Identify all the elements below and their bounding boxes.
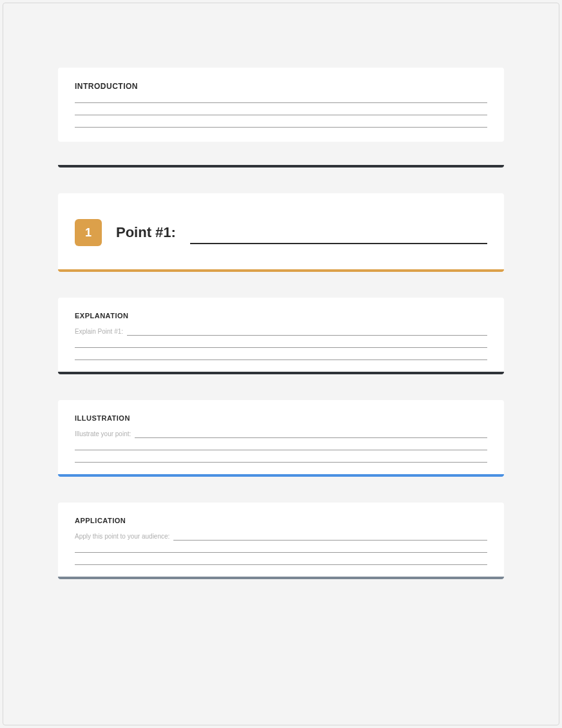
illustration-heading: ILLUSTRATION — [75, 414, 487, 422]
explanation-hint: Explain Point #1: — [75, 329, 123, 336]
illustration-accent-bar — [58, 474, 504, 477]
writing-line[interactable] — [75, 552, 487, 553]
introduction-card: INTRODUCTION — [58, 68, 504, 142]
explanation-hint-row: Explain Point #1: — [75, 329, 487, 336]
application-hint-row: Apply this point to your audience: — [75, 533, 487, 541]
application-heading: APPLICATION — [75, 517, 487, 524]
writing-line[interactable] — [173, 540, 487, 541]
writing-line[interactable] — [75, 127, 487, 128]
writing-line[interactable] — [75, 450, 487, 450]
illustration-hint: Illustrate your point: — [75, 431, 131, 438]
point-number-badge: 1 — [75, 219, 102, 246]
explanation-card: EXPLANATION Explain Point #1: — [58, 298, 504, 374]
introduction-heading: INTRODUCTION — [75, 82, 487, 91]
worksheet-page: INTRODUCTION 1 Point #1: EXPLANATION Exp… — [3, 3, 559, 725]
illustration-hint-row: Illustrate your point: — [75, 431, 487, 438]
point-label: Point #1: — [116, 224, 176, 241]
application-accent-bar — [58, 577, 504, 579]
application-hint: Apply this point to your audience: — [75, 533, 170, 541]
explanation-accent-bar — [58, 372, 504, 374]
point-title-line[interactable] — [190, 243, 487, 244]
writing-line[interactable] — [75, 102, 487, 103]
introduction-accent-bar — [58, 165, 504, 168]
point-header-card: 1 Point #1: — [58, 193, 504, 272]
writing-line[interactable] — [75, 462, 487, 463]
explanation-heading: EXPLANATION — [75, 312, 487, 320]
writing-line[interactable] — [135, 437, 487, 438]
writing-line[interactable] — [75, 347, 487, 348]
writing-line[interactable] — [75, 359, 487, 360]
writing-line[interactable] — [127, 335, 487, 336]
point-accent-bar — [58, 269, 504, 272]
writing-line[interactable] — [75, 115, 487, 115]
illustration-card: ILLUSTRATION Illustrate your point: — [58, 400, 504, 477]
writing-line[interactable] — [75, 564, 487, 565]
application-card: APPLICATION Apply this point to your aud… — [58, 503, 504, 579]
